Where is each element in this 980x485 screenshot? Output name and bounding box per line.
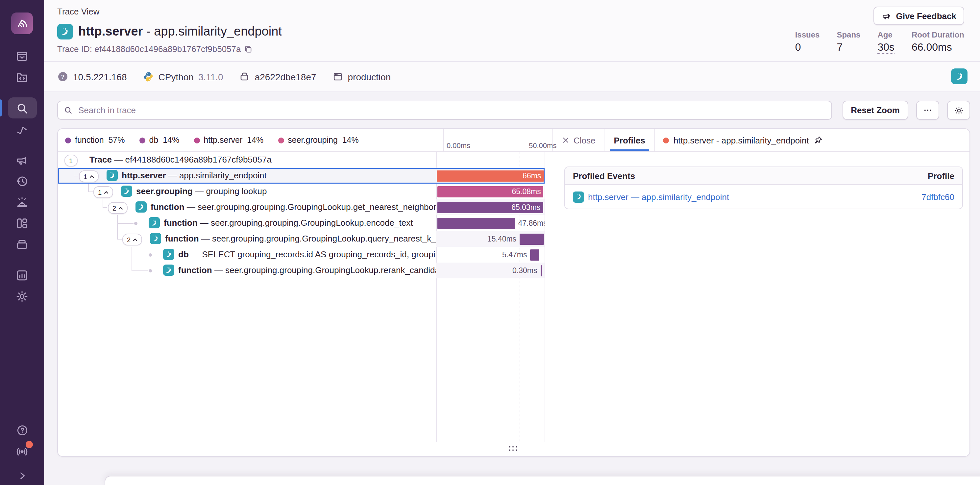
chevron-up-icon — [103, 190, 108, 194]
child-count-chip[interactable]: 2 — [108, 202, 127, 214]
tag-production[interactable]: production — [332, 71, 391, 82]
duration-bar[interactable]: 66ms — [436, 170, 544, 181]
span-duration-cell[interactable]: 65.03ms — [436, 199, 544, 215]
sidebar-item-settings[interactable] — [8, 286, 37, 307]
legend-dot — [140, 137, 145, 143]
span-details-drawer[interactable] — [105, 476, 980, 485]
legend-label: http.server 14% — [204, 136, 263, 145]
span-duration-cell[interactable]: 0.30ms — [436, 263, 544, 278]
span-row-seer-grouping[interactable]: 1seer.grouping — grouping lookup65.08ms — [58, 183, 544, 199]
duration-bar[interactable]: 65.03ms — [437, 202, 543, 213]
tag-text: production — [348, 72, 391, 82]
chevron-up-icon — [132, 238, 137, 241]
span-crumb[interactable]: http.server - app.similarity_endpoint — [655, 129, 831, 152]
child-count-chip[interactable]: 2 — [123, 234, 142, 246]
sidebar-item-stats[interactable] — [8, 265, 37, 286]
span-description: function — seer.grouping.grouping.Groupi… — [151, 199, 436, 215]
stat-label: Age — [877, 30, 892, 40]
flask-op-icon — [135, 201, 147, 212]
give-feedback-button[interactable]: Give Feedback — [873, 6, 964, 25]
sidebar-item-feedback[interactable] — [8, 149, 37, 171]
axis-tick-start: 0.00ms — [447, 142, 470, 149]
span-duration-cell[interactable]: 15.40ms — [436, 231, 544, 247]
tab-profiles[interactable]: Profiles — [605, 129, 655, 152]
reset-zoom-button[interactable]: Reset Zoom — [842, 101, 908, 120]
span-row-http-server[interactable]: 1http.server — app.similarity_endpoint66… — [58, 168, 544, 183]
flask-op-icon — [57, 24, 73, 40]
duration-bar[interactable] — [540, 265, 542, 276]
sidebar-item-releases[interactable] — [8, 234, 37, 255]
sidebar-item-help[interactable] — [8, 421, 37, 440]
span-op: http.server — [122, 171, 166, 180]
project-flask-icon[interactable] — [951, 69, 967, 84]
sidebar-item-metrics[interactable] — [8, 118, 37, 139]
sidebar-item-search[interactable] — [8, 97, 37, 118]
span-row-function[interactable]: function — seer.grouping.grouping.Groupi… — [58, 215, 544, 231]
sidebar-item-replays[interactable] — [8, 171, 37, 191]
child-count-chip[interactable]: 1 — [79, 171, 98, 182]
tag-cpython[interactable]: CPython3.11.0 — [143, 71, 223, 82]
stat-label: Spans — [837, 30, 860, 40]
child-count-chip[interactable]: 1 — [64, 155, 77, 166]
transaction-title: http.server - app.similarity_endpoint — [78, 24, 282, 39]
duration-bar[interactable] — [530, 249, 539, 260]
pin-icon[interactable] — [814, 136, 823, 145]
span-duration-cell[interactable] — [436, 152, 544, 168]
profile-id-link[interactable]: 7dfbfc60 — [921, 192, 955, 202]
span-row-db[interactable]: db — SELECT grouping_records.id AS group… — [58, 247, 544, 263]
span-duration-cell[interactable]: 5.47ms — [436, 247, 544, 263]
sidebar-item-issues[interactable] — [8, 45, 37, 67]
sidebar-footer — [0, 419, 44, 485]
svg-text:?: ? — [61, 74, 64, 80]
title-desc: app.similarity_endpoint — [154, 24, 282, 38]
span-row-trace[interactable]: 1Trace — ef44188d60c1496a89b1767cf9b5057… — [58, 152, 544, 168]
axis-tick-mid: 50.00ms — [529, 142, 557, 149]
stat-age: Age 30s — [877, 30, 894, 54]
legend-dot — [65, 137, 71, 143]
close-panel-button[interactable]: Close — [562, 129, 605, 152]
sidebar-item-broadcast[interactable] — [8, 442, 37, 461]
sidebar-expand-chevron-icon[interactable] — [17, 471, 27, 481]
legend-label: seer.grouping 14% — [288, 136, 358, 145]
leaf-connector-dot — [134, 222, 137, 225]
span-description: function — seer.grouping.grouping.Groupi… — [165, 231, 436, 247]
dashboards-icon — [15, 216, 29, 230]
span-duration-cell[interactable]: 66ms — [436, 168, 544, 183]
sidebar-item-alerts[interactable] — [8, 191, 37, 212]
span-row-function[interactable]: 2function — seer.grouping.grouping.Group… — [58, 199, 544, 215]
duration-bar[interactable] — [520, 233, 544, 244]
settings-button[interactable] — [947, 101, 970, 120]
sidebar-item-projects[interactable] — [8, 67, 37, 88]
search-input[interactable] — [77, 105, 825, 116]
stats-icon — [15, 268, 29, 282]
more-options-button[interactable] — [916, 101, 939, 120]
help-icon — [16, 424, 29, 437]
duration-bar[interactable] — [437, 217, 515, 229]
profiled-events-table: Profiled Events Profile — [564, 166, 963, 209]
span-row-function[interactable]: 2function — seer.grouping.grouping.Group… — [58, 231, 544, 247]
projects-icon — [15, 70, 29, 84]
span-tree-cell: 2function — seer.grouping.grouping.Group… — [58, 199, 436, 215]
tag-a2622dbe18e7[interactable]: a2622dbe18e7 — [239, 71, 317, 82]
metrics-icon — [15, 122, 29, 136]
sidebar-item-dashboards[interactable] — [8, 212, 37, 234]
span-row-function[interactable]: function — seer.grouping.grouping.Groupi… — [58, 263, 544, 278]
span-desc: SELECT grouping_records.id AS grouping_r… — [202, 249, 436, 259]
profiled-event-link[interactable]: http.server — app.similarity_endpoint — [588, 192, 729, 202]
copy-icon[interactable] — [244, 45, 253, 53]
span-duration-cell[interactable]: 65.08ms — [436, 183, 544, 199]
legend-label: db 14% — [149, 136, 180, 145]
sentry-logo[interactable] — [11, 13, 33, 34]
drag-handle-icon[interactable] — [509, 446, 519, 452]
search-box[interactable] — [57, 101, 832, 120]
span-desc: seer.grouping.grouping.GroupingLookup.en… — [211, 218, 413, 228]
span-duration-cell[interactable]: 47.86ms — [436, 215, 544, 231]
legend-item-seer-grouping: seer.grouping 14% — [278, 136, 358, 145]
span-op: function — [151, 202, 185, 212]
tag-10-5-221-168[interactable]: ? 10.5.221.168 — [57, 71, 127, 82]
notification-dot — [25, 441, 33, 448]
stat-value[interactable]: 30s — [877, 41, 894, 54]
duration-bar[interactable]: 65.08ms — [437, 186, 543, 197]
child-count-chip[interactable]: 1 — [93, 186, 113, 198]
span-description: db — SELECT grouping_records.id AS group… — [178, 247, 436, 263]
